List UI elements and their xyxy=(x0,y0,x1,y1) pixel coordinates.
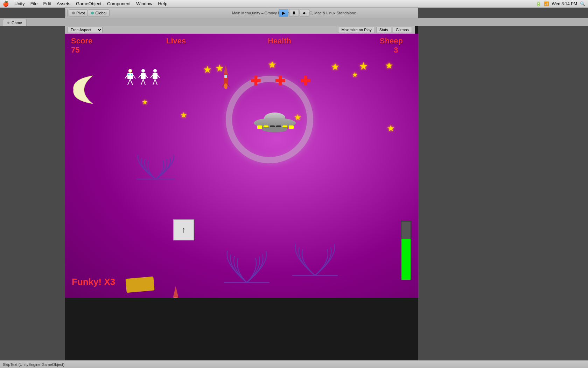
maximize-on-play-btn[interactable]: Maximize on Play xyxy=(338,27,374,33)
svg-line-10 xyxy=(141,79,143,85)
star-9: ★ xyxy=(359,60,368,72)
signal-bottom-right xyxy=(289,244,341,280)
global-button[interactable]: Global xyxy=(88,9,110,16)
health-bar-container xyxy=(401,221,411,280)
menu-bar: 🍎 Unity File Edit Assets GameObject Comp… xyxy=(0,0,588,8)
right-panel xyxy=(418,8,588,368)
menu-help[interactable]: Help xyxy=(158,1,167,6)
menu-gameobject[interactable]: GameObject xyxy=(76,1,102,6)
life-figure-2 xyxy=(138,69,148,86)
svg-line-11 xyxy=(143,79,145,85)
step-button[interactable]: ⏭ xyxy=(300,9,309,17)
play-button[interactable]: ▶ xyxy=(279,9,288,17)
star-11: ★ xyxy=(387,123,395,134)
aspect-bar: Free Aspect Maximize on Play Stats Gizmo… xyxy=(65,26,415,34)
svg-line-18 xyxy=(150,75,153,78)
lives-label: Lives xyxy=(166,36,186,46)
svg-point-25 xyxy=(224,83,227,89)
svg-marker-20 xyxy=(224,65,228,74)
star-7: ★ xyxy=(180,111,187,120)
rocket-top xyxy=(222,65,230,91)
health-cross-1: ✚ xyxy=(250,74,261,89)
ufo-light xyxy=(289,125,294,129)
playmode-controls: ▶ ⏸ ⏭ xyxy=(279,9,309,17)
menu-unity[interactable]: Unity xyxy=(14,1,25,6)
star-5: ★ xyxy=(352,70,358,79)
status-bar: SkipText (UnityEngine.GameObject) xyxy=(0,360,588,368)
svg-marker-24 xyxy=(228,83,230,88)
score-label: Score xyxy=(71,36,92,46)
funky-text: Funky! X3 xyxy=(72,277,115,287)
menu-right-area: 🔋 📶 Wed 3:14 PM 🔍 xyxy=(536,1,585,6)
funky-card xyxy=(125,277,154,293)
svg-line-13 xyxy=(146,75,148,78)
score-value: 75 xyxy=(71,46,79,55)
star-10: ★ xyxy=(385,60,393,71)
menu-window[interactable]: Window xyxy=(136,1,152,6)
signal-top-left xyxy=(135,153,177,182)
gizmos-btn[interactable]: Gizmos xyxy=(393,27,412,33)
menu-file[interactable]: File xyxy=(30,1,38,6)
tab-bar: Game xyxy=(0,18,588,26)
ufo-light xyxy=(257,125,262,129)
svg-rect-1 xyxy=(127,73,133,79)
health-cross-3: ✚ xyxy=(300,74,310,89)
pause-button[interactable]: ⏸ xyxy=(289,9,299,17)
sheep-value: 3 xyxy=(394,46,398,55)
rocket-bottom xyxy=(170,286,181,298)
lives-figures xyxy=(124,69,160,86)
datetime-display: Wed 3:14 PM xyxy=(552,1,577,6)
menu-edit[interactable]: Edit xyxy=(43,1,51,6)
health-cross-2: ✚ xyxy=(275,74,285,89)
search-icon[interactable]: 🔍 xyxy=(580,1,585,6)
svg-line-4 xyxy=(125,75,127,79)
pivot-button[interactable]: Pivot xyxy=(69,9,88,16)
signal-bottom-center xyxy=(222,251,271,287)
svg-line-3 xyxy=(130,79,133,85)
svg-marker-29 xyxy=(173,286,178,297)
svg-line-17 xyxy=(155,79,157,85)
aspect-controls: Maximize on Play Stats Gizmos xyxy=(338,27,412,33)
menu-component[interactable]: Component xyxy=(107,1,131,6)
health-label: Health xyxy=(268,36,291,46)
battery-icon: 🔋 xyxy=(536,1,541,6)
star-3: ★ xyxy=(268,59,276,70)
life-figure-1 xyxy=(124,69,136,86)
status-text: SkipText (UnityEngine.GameObject) xyxy=(3,362,64,367)
arrow-box: ↑ xyxy=(173,219,194,240)
moon-icon xyxy=(72,72,100,107)
game-tab[interactable]: Game xyxy=(3,19,27,26)
svg-point-6 xyxy=(128,74,130,75)
sheep-label: Sheep xyxy=(380,36,403,46)
star-4: ★ xyxy=(331,61,340,73)
left-panel xyxy=(0,8,65,368)
svg-point-8 xyxy=(141,69,145,73)
aspect-dropdown[interactable]: Free Aspect xyxy=(68,27,103,33)
wifi-icon: 📶 xyxy=(544,1,549,6)
svg-line-2 xyxy=(128,79,130,85)
ufo xyxy=(254,113,296,134)
stats-btn[interactable]: Stats xyxy=(376,27,391,33)
svg-line-19 xyxy=(158,75,160,78)
health-bar-fill xyxy=(401,239,411,280)
svg-line-12 xyxy=(139,75,141,78)
svg-line-16 xyxy=(153,79,155,85)
svg-line-5 xyxy=(133,75,135,79)
svg-rect-22 xyxy=(224,75,227,78)
star-1: ★ xyxy=(203,64,212,75)
star-6: ★ xyxy=(142,98,148,106)
game-viewport: Score 75 Lives xyxy=(65,34,418,298)
svg-rect-31 xyxy=(174,298,177,298)
svg-marker-23 xyxy=(222,83,224,88)
apple-menu[interactable]: 🍎 xyxy=(3,1,9,7)
life-figure-3 xyxy=(150,69,160,86)
svg-rect-9 xyxy=(141,73,146,79)
svg-point-0 xyxy=(128,69,132,73)
svg-point-7 xyxy=(131,74,132,75)
menu-assets[interactable]: Assets xyxy=(57,1,70,6)
svg-rect-15 xyxy=(153,73,158,79)
svg-point-14 xyxy=(153,69,157,73)
